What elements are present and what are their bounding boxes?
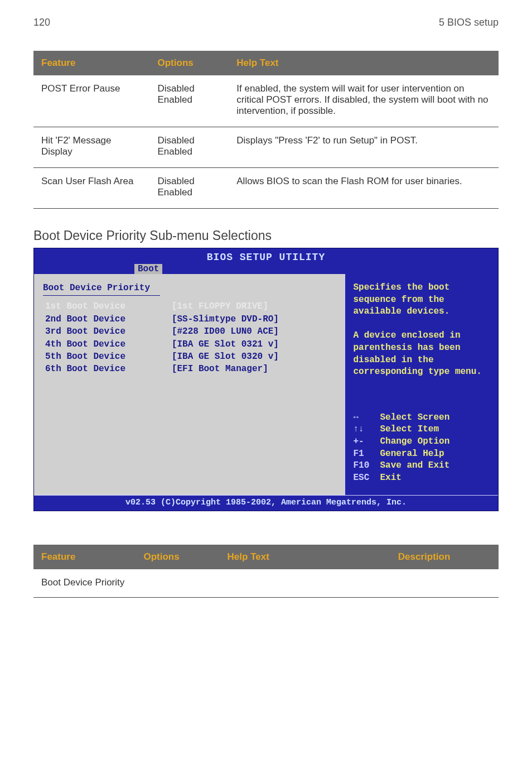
key-icon: F10 [353,460,372,472]
key-icon: ESC [353,472,372,484]
bios-device-value: [1st FLOPPY DRIVE] [170,300,336,313]
page-header: 120 5 BIOS setup [33,17,499,28]
bios-tabs: Boot [34,264,498,274]
features-table-1: Feature Options Help Text POST Error Pau… [33,51,499,209]
th-options: Options [136,545,219,569]
bios-device-row[interactable]: 5th Boot Device [IBA GE Slot 0320 v] [43,350,336,363]
bios-left-panel: Boot Device Priority 1st Boot Device [1s… [34,274,345,495]
bios-key-legend: ↔Select Screen ↑↓Select Item +-Change Op… [353,412,490,484]
bios-device-row[interactable]: 2nd Boot Device [SS-Slimtype DVD-RO] [43,313,336,325]
th-options: Options [150,51,229,75]
bios-device-value: [SS-Slimtype DVD-RO] [170,313,336,325]
bios-device-label: 2nd Boot Device [43,313,170,325]
bios-footer: v02.53 (C)Copyright 1985-2002, American … [34,495,498,511]
key-label: Select Screen [380,412,449,424]
bios-device-value: [IBA GE Slot 0320 v] [170,350,336,363]
cell-feature: Boot Device Priority [33,569,499,598]
bios-screenshot: BIOS SETUP UTILITY Boot Boot Device Prio… [33,248,499,511]
bios-right-panel: Specifies the boot sequence from the ava… [345,274,498,495]
th-feature: Feature [33,545,136,569]
key-label: Select Item [380,424,439,436]
th-description: Description [350,545,499,569]
bios-help-text: Specifies the boot sequence from the ava… [353,282,490,318]
cell-options: Disabled Enabled [150,75,229,127]
table-row: Scan User Flash Area Disabled Enabled Al… [33,168,499,209]
submenu-title: Boot Device Priority Sub-menu Selections [33,228,499,243]
cell-feature: Scan User Flash Area [33,168,150,209]
th-help: Help Text [220,545,350,569]
cell-feature: Hit 'F2' Message Display [33,127,150,168]
bios-panel-title: Boot Device Priority [43,282,336,294]
page-number: 120 [33,17,50,28]
key-label: Save and Exit [380,460,449,472]
key-icon: ↑↓ [353,424,372,436]
bios-device-label: 4th Boot Device [43,338,170,350]
th-feature: Feature [33,51,150,75]
bios-title: BIOS SETUP UTILITY [34,248,498,264]
table-row: POST Error Pause Disabled Enabled If ena… [33,75,499,127]
bios-device-row[interactable]: 6th Boot Device [EFI Boot Manager] [43,363,336,375]
cell-options: Disabled Enabled [150,168,229,209]
cell-help: Allows BIOS to scan the Flash ROM for us… [229,168,499,209]
bios-device-label: 6th Boot Device [43,363,170,375]
key-label: Change Option [380,436,449,448]
key-icon: +- [353,436,372,448]
cell-feature: POST Error Pause [33,75,150,127]
cell-help: Displays "Press 'F2' to run Setup" in PO… [229,127,499,168]
bios-device-value: [#228 ID00 LUN0 ACE] [170,325,336,338]
bios-device-row[interactable]: 3rd Boot Device [#228 ID00 LUN0 ACE] [43,325,336,338]
th-help: Help Text [229,51,499,75]
key-icon: F1 [353,448,372,460]
cell-help: If enabled, the system will wait for use… [229,75,499,127]
section-label: 5 BIOS setup [439,17,499,28]
bios-help-text: A device enclosed in parenthesis has bee… [353,330,490,378]
table-row: Boot Device Priority [33,569,499,598]
bios-tab-boot[interactable]: Boot [134,264,162,274]
table-row: Hit 'F2' Message Display Disabled Enable… [33,127,499,168]
key-label: Exit [380,472,401,484]
key-label: General Help [380,448,444,460]
features-table-2: Feature Options Help Text Description Bo… [33,545,499,598]
cell-options: Disabled Enabled [150,127,229,168]
bios-device-label: 3rd Boot Device [43,325,170,338]
bios-device-label: 5th Boot Device [43,350,170,363]
bios-device-label: 1st Boot Device [43,300,170,313]
key-icon: ↔ [353,412,372,424]
bios-device-row[interactable]: 4th Boot Device [IBA GE Slot 0321 v] [43,338,336,350]
bios-device-value: [EFI Boot Manager] [170,363,336,375]
bios-device-row[interactable]: 1st Boot Device [1st FLOPPY DRIVE] [43,300,336,313]
bios-device-value: [IBA GE Slot 0321 v] [170,338,336,350]
